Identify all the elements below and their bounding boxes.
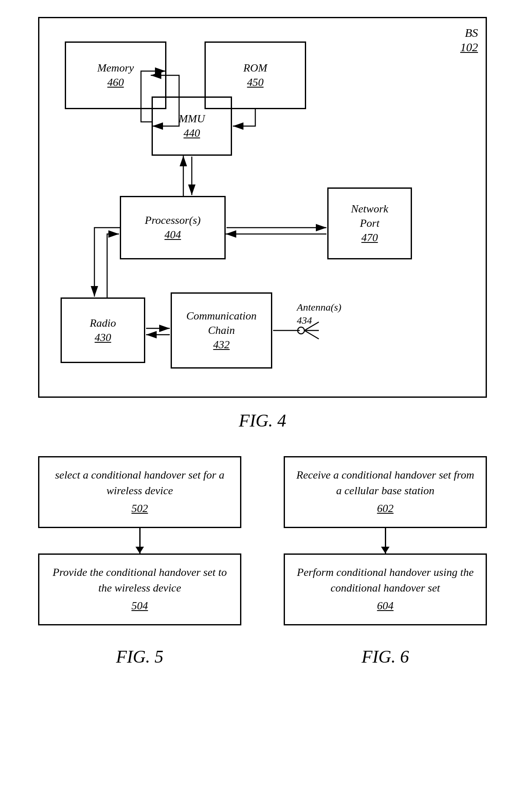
fig6-box1: Receive a conditional handover set from … [284, 456, 487, 528]
bs-label: BS102 [460, 26, 478, 54]
radio-block: Radio 430 [61, 297, 145, 363]
fig6-caption: FIG. 6 [362, 647, 409, 667]
memory-block: Memory 460 [65, 41, 166, 109]
svg-point-10 [298, 327, 304, 334]
network-port-block: NetworkPort 470 [327, 187, 412, 259]
fig6-box2: Perform conditional handover using the c… [284, 553, 487, 625]
fig6-flowchart: Receive a conditional handover set from … [275, 456, 495, 667]
comm-chain-block: CommunicationChain 432 [171, 292, 272, 369]
fig5-box2: Provide the conditional handover set to … [38, 553, 241, 625]
fig5-caption: FIG. 5 [116, 647, 163, 667]
antenna-label: Antenna(s)434 [297, 301, 341, 327]
fig5-arrow [139, 528, 141, 553]
fig4-diagram: BS102 Memory 460 ROM 450 MMU 440 Process… [30, 17, 495, 398]
figs56-row: select a conditional handover set for a … [17, 456, 508, 667]
fig6-arrow [385, 528, 386, 553]
svg-line-12 [304, 330, 319, 339]
processor-block: Processor(s) 404 [120, 196, 226, 259]
fig5-box1: select a conditional handover set for a … [38, 456, 241, 528]
fig4-caption: FIG. 4 [0, 410, 525, 431]
fig5-flowchart: select a conditional handover set for a … [30, 456, 250, 667]
mmu-block: MMU 440 [152, 96, 232, 156]
fig4-outer-box: BS102 Memory 460 ROM 450 MMU 440 Process… [38, 17, 487, 398]
